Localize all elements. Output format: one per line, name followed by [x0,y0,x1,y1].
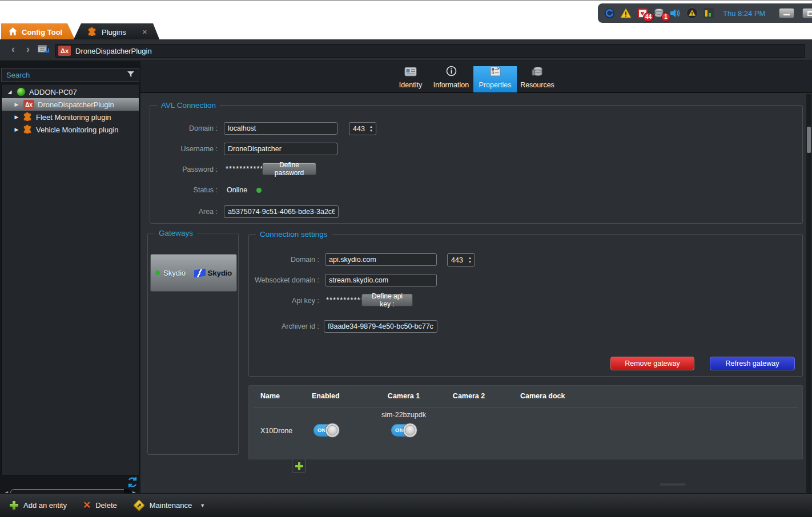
alert-circle-icon[interactable] [686,7,698,19]
define-password-button[interactable]: Define password [262,163,316,175]
clock: Thu 8:24 PM [723,9,765,18]
refresh-tree-icon[interactable] [127,476,138,488]
expander-closed-icon[interactable]: ▶ [13,102,20,107]
column-header-name: Name [260,392,280,400]
tree-item-label: DroneDispatcherPlugin [38,100,114,109]
toggle-knob [403,423,417,438]
websocket-domain-input[interactable] [325,274,437,286]
maintenance-icon [133,499,145,511]
plugin-entity-icon: Δx [23,100,34,109]
refresh-gateway-button[interactable]: Refresh gateway [710,357,795,370]
warning-icon[interactable] [620,7,632,19]
tab-plugins[interactable]: Plugins ✕ [73,23,160,41]
archiver-id-label: Archiver id : [249,322,319,330]
username-label: Username : [150,145,218,153]
delete-button[interactable]: ✕ Delete [83,499,117,511]
delete-label: Delete [95,501,117,510]
delete-icon: ✕ [83,499,91,511]
breadcrumb-entity: DroneDispatcherPlugin [75,47,152,55]
gateway-item-skydio[interactable]: Skydio Skydio [150,254,237,292]
add-entity-label: Add an entity [23,501,67,510]
vertical-scrollbar[interactable] [806,94,811,493]
speaker-icon[interactable] [670,7,681,19]
remove-gateway-button[interactable]: Remove gateway [610,357,694,370]
connection-settings-title: Connection settings [256,230,332,239]
status-online-dot [256,188,262,193]
maintenance-menu-button[interactable]: Maintenance ▼ [133,501,205,510]
add-gateway-button[interactable] [292,458,305,473]
camera1-toggle[interactable]: ON [391,424,416,437]
dropdown-arrow-icon: ▼ [200,503,205,508]
page-tab-strip: Identity Information Properties Resource… [140,61,812,93]
health-icon[interactable]: ♥ 44 [637,7,648,19]
gateway-online-dot [155,270,160,275]
enabled-toggle[interactable]: ON [313,424,339,437]
stats-bars-icon[interactable] [703,7,714,19]
expander-closed-icon[interactable]: ▶ [13,114,20,120]
avl-port-value: 443 [349,125,367,133]
tab-information[interactable]: Information [431,66,471,92]
title-band: ♥ 44 1 Thu 8:24 PM ✕ [0,0,812,39]
database-events-icon[interactable]: 1 [653,7,665,19]
area-label: Area : [150,208,218,216]
tree-item-fleet-monitoring[interactable]: ▶ Fleet Monitoring plugin [2,111,139,123]
avl-area-input[interactable] [224,205,339,218]
minimize-button[interactable] [779,8,794,18]
tab-identity[interactable]: Identity [392,66,429,92]
password-mask: *********** [226,164,264,173]
forward-button[interactable]: › [23,43,33,55]
scrollbar-thumb[interactable] [807,127,811,153]
connection-port-spinner[interactable]: 443 ▲▼ [447,253,475,266]
apikey-label: Api key : [249,297,319,305]
home-icon [9,27,17,37]
tab-close-icon[interactable]: ✕ [142,29,147,36]
tab-label: Information [433,81,469,89]
maximize-button[interactable] [802,8,812,18]
expander-closed-icon[interactable]: ▶ [13,127,20,132]
tab-config-tool[interactable]: Config Tool [1,23,75,41]
search-input[interactable] [2,71,123,79]
puzzle-icon [88,27,97,38]
home-tab-label: Config Tool [22,28,62,37]
drone-name: X10Drone [260,427,292,435]
main-content: Identity Information Properties Resource… [140,61,812,493]
add-entity-button[interactable]: Add an entity [9,500,67,510]
tree-item-drone-dispatcher[interactable]: ▶ Δx DroneDispatcherPlugin [2,98,139,111]
bottom-toolbar: Add an entity ✕ Delete Maintenance ▼ [0,493,812,517]
spin-down-icon[interactable]: ▼ [369,129,373,133]
tree-item-vehicle-monitoring[interactable]: ▶ Vehicle Monitoring plugin [2,123,139,136]
tree-item-server[interactable]: ◢ ADDON-PC07 [2,86,139,98]
expander-open-icon[interactable]: ◢ [6,89,13,95]
domain-label: Domain : [150,124,218,132]
column-header-camera-dock: Camera dock [520,392,565,400]
spin-up-icon[interactable]: ▲ [468,256,472,260]
avl-username-input[interactable] [224,143,337,155]
column-header-camera1: Camera 1 [388,392,420,400]
resize-grip[interactable] [660,483,686,486]
connection-domain-input[interactable] [325,253,437,266]
avl-port-spinner[interactable]: 443 ▲▼ [349,122,376,135]
status-value: Online [227,186,247,194]
entity-tree: ◢ ADDON-PC07 ▶ Δx DroneDispatcherPlugin … [1,84,139,475]
spin-down-icon[interactable]: ▼ [468,260,472,264]
apikey-mask: *********** [326,296,364,304]
tab-resources[interactable]: Resources [519,66,556,92]
drone-table: Name Enabled Camera 1 Camera 2 Camera do… [248,385,803,459]
filter-funnel-icon[interactable] [123,70,139,80]
breadcrumb[interactable]: Δx DroneDispatcherPlugin [55,44,805,58]
back-button[interactable]: ‹ [8,43,18,55]
puzzle-icon [23,124,33,135]
server-icon [17,87,26,96]
avl-domain-input[interactable] [224,122,337,135]
skydio-logo: Skydio [194,269,232,277]
gateways-title: Gateways [155,229,197,237]
puzzle-icon [23,112,33,123]
report-icon[interactable] [38,45,50,57]
status-label: Status : [150,186,218,194]
archiver-id-input[interactable] [324,320,437,333]
spin-up-icon[interactable]: ▲ [369,125,373,129]
toggle-knob [325,423,340,438]
avl-connection-title: AVL Connection [157,101,220,110]
tab-properties[interactable]: Properties [473,66,517,92]
define-apikey-button[interactable]: Define api key : [361,294,413,306]
